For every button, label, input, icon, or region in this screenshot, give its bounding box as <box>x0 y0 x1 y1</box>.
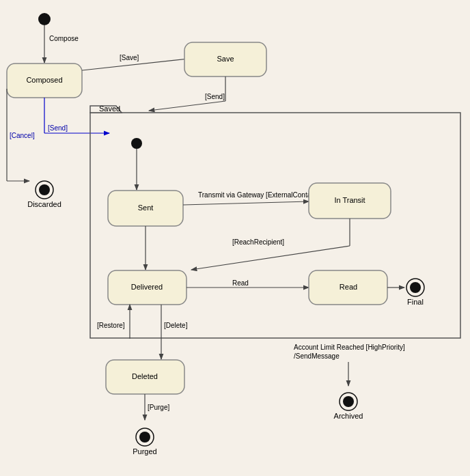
arrow-reach-h <box>191 246 350 270</box>
initial-node-compose <box>38 13 51 25</box>
label-archived: Archived <box>334 412 363 420</box>
label-in-transit: In Transit <box>334 196 365 204</box>
label-cancel: [Cancel] <box>10 132 35 139</box>
label-purge: [Purge] <box>148 404 169 411</box>
label-discarded: Discarded <box>27 200 61 208</box>
label-read-arrow: Read <box>232 279 249 287</box>
label-delete: [Delete] <box>164 322 188 329</box>
initial-node-saved <box>131 138 142 149</box>
label-compose: Compose <box>49 35 79 42</box>
label-saved-frame: Saved <box>99 104 120 113</box>
state-diagram: Compose Composed [Save] Save [Send] [Can… <box>0 0 470 476</box>
label-restore: [Restore] <box>97 322 125 329</box>
arrow-send-from-save2 <box>149 101 225 111</box>
final-node-discarded-inner <box>39 184 50 195</box>
label-purged: Purged <box>133 447 156 456</box>
label-composed: Composed <box>26 76 62 84</box>
final-node-read-inner <box>410 282 421 293</box>
label-final: Final <box>407 298 424 306</box>
label-read: Read <box>340 283 357 291</box>
label-reach-recipient: [ReachRecipient] <box>232 238 284 246</box>
label-account-limit: Account Limit Reached [HighPriority] <box>294 344 405 351</box>
label-send-message: /SendMessage <box>294 352 340 360</box>
label-save-guard: [Save] <box>120 54 139 61</box>
final-node-purged-inner <box>139 432 150 443</box>
label-sent: Sent <box>138 204 154 212</box>
label-send-blue: [Send] <box>48 124 68 132</box>
label-save: Save <box>217 55 234 63</box>
label-deleted: Deleted <box>132 372 158 380</box>
arrow-transmit <box>183 201 309 205</box>
final-node-archived-inner <box>343 396 354 407</box>
label-delivered: Delivered <box>131 283 163 291</box>
label-transmit: Transmit via Gateway [ExternalContact] <box>198 191 318 199</box>
label-send-from-save: [Send] <box>205 93 225 100</box>
